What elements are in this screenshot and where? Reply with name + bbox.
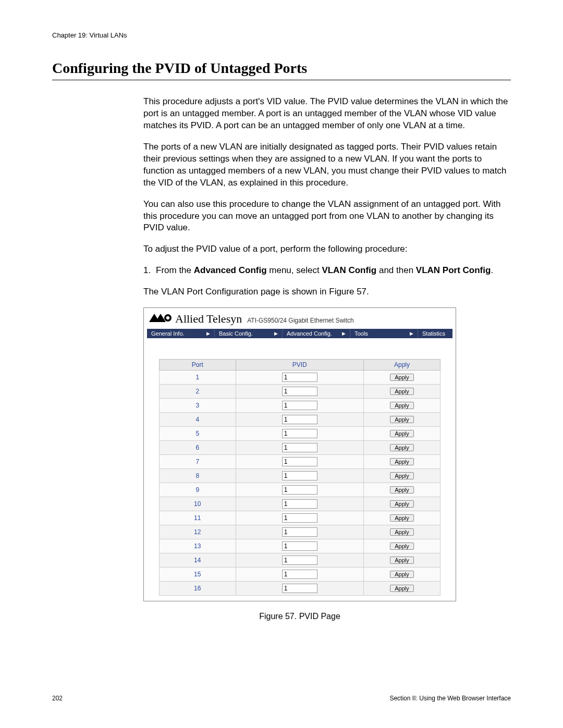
- apply-cell: Apply: [363, 539, 440, 553]
- menu-label: Basic Config.: [219, 330, 253, 337]
- step-1: 1.From the Advanced Config menu, select …: [143, 265, 511, 277]
- pvid-input[interactable]: [282, 471, 317, 480]
- table-row: 7Apply: [160, 455, 440, 469]
- apply-button[interactable]: Apply: [390, 542, 414, 550]
- apply-button[interactable]: Apply: [390, 585, 414, 592]
- pvid-cell: [236, 385, 363, 399]
- menu-label: Advanced Config.: [287, 330, 332, 337]
- chevron-right-icon: ▶: [342, 331, 346, 336]
- pvid-cell: [236, 455, 363, 469]
- apply-cell: Apply: [363, 567, 440, 582]
- pvid-input[interactable]: [282, 429, 317, 438]
- apply-button[interactable]: Apply: [390, 557, 414, 564]
- step-1-number: 1.: [143, 265, 156, 277]
- page-number: 202: [52, 695, 63, 702]
- svg-point-3: [166, 316, 169, 319]
- apply-cell: Apply: [363, 582, 440, 596]
- step-1-bold-2: VLAN Config: [322, 265, 376, 275]
- menu-tools[interactable]: Tools ▶: [350, 329, 418, 338]
- menu-statistics[interactable]: Statistics: [418, 329, 452, 338]
- pvid-input[interactable]: [282, 541, 317, 551]
- apply-cell: Apply: [363, 455, 440, 469]
- pvid-input[interactable]: [282, 499, 317, 509]
- port-cell: 15: [160, 567, 236, 582]
- apply-button[interactable]: Apply: [390, 500, 414, 508]
- port-cell: 6: [160, 441, 236, 455]
- pvid-cell: [236, 511, 363, 525]
- pvid-input[interactable]: [282, 570, 317, 579]
- menu-label: Statistics: [422, 330, 445, 337]
- table-row: 13Apply: [160, 539, 440, 553]
- menu-label: General Info.: [151, 330, 185, 337]
- paragraph-3: You can also use this procedure to chang…: [143, 199, 511, 235]
- port-cell: 5: [160, 427, 236, 441]
- pvid-input[interactable]: [282, 584, 317, 593]
- pvid-cell: [236, 553, 363, 567]
- table-row: 5Apply: [160, 427, 440, 441]
- pvid-table: Port PVID Apply 1Apply2Apply3Apply4Apply…: [159, 359, 440, 596]
- pvid-cell: [236, 497, 363, 511]
- apply-cell: Apply: [363, 427, 440, 441]
- table-row: 10Apply: [160, 497, 440, 511]
- brand-logo-icon: [149, 313, 172, 323]
- port-cell: 1: [160, 371, 236, 385]
- pvid-cell: [236, 539, 363, 553]
- paragraph-2: The ports of a new VLAN are initially de…: [143, 141, 511, 189]
- table-row: 2Apply: [160, 385, 440, 399]
- pvid-cell: [236, 483, 363, 497]
- section-title: Configuring the PVID of Untagged Ports: [52, 60, 511, 77]
- title-rule: [52, 80, 511, 80]
- pvid-cell: [236, 399, 363, 413]
- pvid-input[interactable]: [282, 401, 317, 410]
- apply-cell: Apply: [363, 371, 440, 385]
- apply-button[interactable]: Apply: [390, 430, 414, 437]
- pvid-cell: [236, 582, 363, 596]
- apply-button[interactable]: Apply: [390, 444, 414, 451]
- brand-name: Allied Telesyn: [175, 312, 242, 326]
- port-cell: 13: [160, 539, 236, 553]
- pvid-input[interactable]: [282, 373, 317, 382]
- table-row: 4Apply: [160, 413, 440, 427]
- menu-advanced-config[interactable]: Advanced Config. ▶: [283, 329, 350, 338]
- chevron-right-icon: ▶: [274, 331, 278, 336]
- chevron-right-icon: ▶: [206, 331, 210, 336]
- apply-button[interactable]: Apply: [390, 416, 414, 423]
- apply-button[interactable]: Apply: [390, 402, 414, 409]
- table-row: 3Apply: [160, 399, 440, 413]
- apply-button[interactable]: Apply: [390, 388, 414, 395]
- pvid-input[interactable]: [282, 415, 317, 424]
- brand-model: ATI-GS950/24 Gigabit Ethernet Switch: [247, 317, 354, 324]
- apply-cell: Apply: [363, 497, 440, 511]
- table-row: 9Apply: [160, 483, 440, 497]
- pvid-input[interactable]: [282, 556, 317, 565]
- pvid-input[interactable]: [282, 457, 317, 466]
- step-1-text-c: menu, select: [267, 265, 322, 275]
- col-apply: Apply: [363, 360, 440, 371]
- pvid-input[interactable]: [282, 443, 317, 452]
- apply-button[interactable]: Apply: [390, 514, 414, 522]
- paragraph-1: This procedure adjusts a port's VID valu…: [143, 96, 511, 132]
- pvid-input[interactable]: [282, 485, 317, 495]
- menu-basic-config[interactable]: Basic Config. ▶: [215, 329, 283, 338]
- apply-cell: Apply: [363, 553, 440, 567]
- apply-button[interactable]: Apply: [390, 528, 414, 536]
- pvid-input[interactable]: [282, 387, 317, 396]
- pvid-cell: [236, 427, 363, 441]
- pvid-input[interactable]: [282, 513, 317, 523]
- port-cell: 12: [160, 525, 236, 539]
- apply-button[interactable]: Apply: [390, 571, 414, 578]
- apply-button[interactable]: Apply: [390, 486, 414, 493]
- pvid-cell: [236, 567, 363, 582]
- apply-cell: Apply: [363, 399, 440, 413]
- figure-caption: Figure 57. PVID Page: [143, 612, 456, 621]
- table-row: 14Apply: [160, 553, 440, 567]
- apply-button[interactable]: Apply: [390, 472, 414, 479]
- menu-general-info[interactable]: General Info. ▶: [147, 329, 215, 338]
- apply-button[interactable]: Apply: [390, 374, 414, 381]
- col-port: Port: [160, 360, 236, 371]
- pvid-input[interactable]: [282, 527, 317, 537]
- chevron-right-icon: ▶: [410, 331, 413, 336]
- table-row: 1Apply: [160, 371, 440, 385]
- apply-button[interactable]: Apply: [390, 458, 414, 465]
- chapter-header: Chapter 19: Virtual LANs: [52, 31, 511, 39]
